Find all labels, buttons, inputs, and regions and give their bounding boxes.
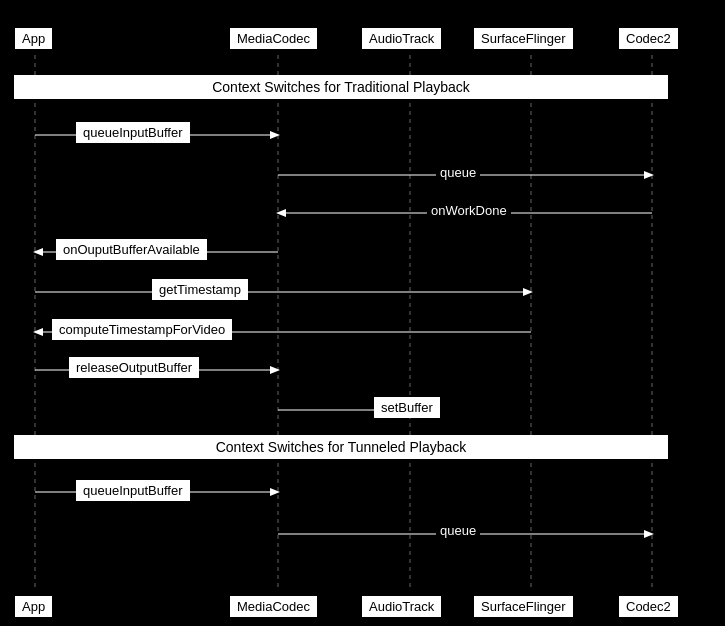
msg-set-buffer: setBuffer [374,397,440,418]
actor-codec2-bottom: Codec2 [619,596,678,617]
svg-marker-16 [33,328,43,336]
actor-app-bottom: App [15,596,52,617]
actor-codec2-top: Codec2 [619,28,678,49]
actor-audiotrack-bottom: AudioTrack [362,596,441,617]
svg-marker-12 [33,248,43,256]
svg-marker-24 [644,530,654,538]
actor-app-top: App [15,28,52,49]
msg-on-output-buffer-available: onOuputBufferAvailable [56,239,207,260]
msg-get-timestamp: getTimestamp [152,279,248,300]
actor-audiotrack-top: AudioTrack [362,28,441,49]
actor-mediacodec-bottom: MediaCodec [230,596,317,617]
svg-marker-18 [270,366,280,374]
msg-queue-input-buffer: queueInputBuffer [76,122,190,143]
msg-on-work-done: onWorkDone [427,201,511,220]
svg-marker-14 [523,288,533,296]
section-tunneled: Context Switches for Tunneled Playback [14,435,668,459]
actor-mediacodec-top: MediaCodec [230,28,317,49]
msg-tunneled-queue-input: queueInputBuffer [76,480,190,501]
msg-queue: queue [436,163,480,182]
actor-surfaceflinger-bottom: SurfaceFlinger [474,596,573,617]
msg-tunneled-queue: queue [436,521,480,540]
svg-marker-6 [270,131,280,139]
svg-marker-8 [644,171,654,179]
svg-marker-10 [276,209,286,217]
svg-marker-22 [270,488,280,496]
msg-release-output-buffer: releaseOutputBuffer [69,357,199,378]
actor-surfaceflinger-top: SurfaceFlinger [474,28,573,49]
diagram: App MediaCodec AudioTrack SurfaceFlinger… [0,0,725,626]
section-traditional: Context Switches for Traditional Playbac… [14,75,668,99]
msg-compute-timestamp: computeTimestampForVideo [52,319,232,340]
